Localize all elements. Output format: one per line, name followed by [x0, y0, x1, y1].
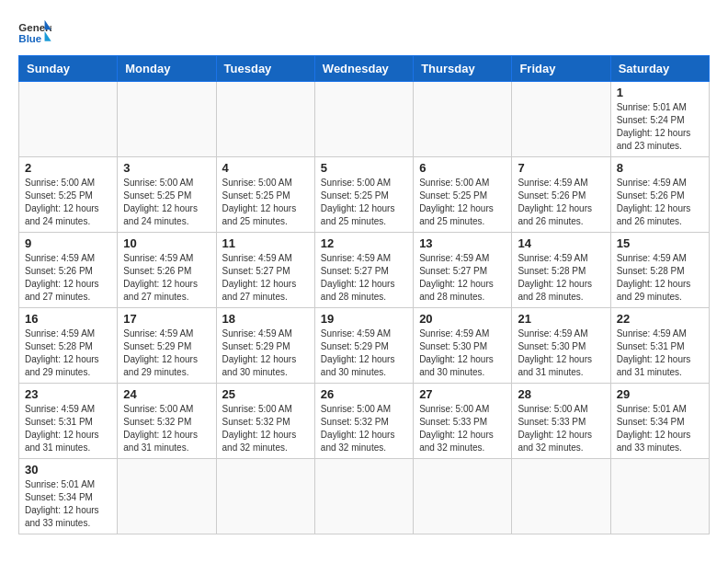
day-info: Sunrise: 4:59 AM Sunset: 5:27 PM Dayligh…: [419, 252, 506, 304]
calendar-week-row: 30Sunrise: 5:01 AM Sunset: 5:34 PM Dayli…: [19, 459, 710, 534]
day-info: Sunrise: 4:59 AM Sunset: 5:27 PM Dayligh…: [321, 252, 407, 304]
logo-icon: General Blue: [18, 18, 51, 46]
day-info: Sunrise: 4:59 AM Sunset: 5:29 PM Dayligh…: [321, 327, 407, 379]
calendar-cell: 18Sunrise: 4:59 AM Sunset: 5:29 PM Dayli…: [216, 308, 314, 384]
calendar-cell: [512, 459, 610, 534]
weekday-header-tuesday: Tuesday: [216, 56, 314, 82]
day-info: Sunrise: 4:59 AM Sunset: 5:28 PM Dayligh…: [25, 327, 111, 379]
day-number: 16: [25, 312, 111, 326]
calendar-week-row: 9Sunrise: 4:59 AM Sunset: 5:26 PM Daylig…: [19, 233, 710, 308]
day-number: 13: [419, 236, 506, 250]
day-info: Sunrise: 5:00 AM Sunset: 5:33 PM Dayligh…: [419, 403, 506, 454]
calendar-cell: 15Sunrise: 4:59 AM Sunset: 5:28 PM Dayli…: [610, 233, 709, 308]
day-info: Sunrise: 5:00 AM Sunset: 5:32 PM Dayligh…: [222, 403, 309, 454]
day-info: Sunrise: 4:59 AM Sunset: 5:29 PM Dayligh…: [123, 327, 210, 379]
weekday-header-wednesday: Wednesday: [314, 56, 413, 82]
day-info: Sunrise: 4:59 AM Sunset: 5:31 PM Dayligh…: [25, 403, 111, 454]
day-number: 18: [222, 312, 309, 326]
day-number: 4: [222, 161, 309, 175]
day-info: Sunrise: 4:59 AM Sunset: 5:26 PM Dayligh…: [518, 177, 604, 228]
day-number: 22: [617, 312, 703, 326]
calendar-cell: 10Sunrise: 4:59 AM Sunset: 5:26 PM Dayli…: [118, 233, 216, 308]
calendar-cell: 19Sunrise: 4:59 AM Sunset: 5:29 PM Dayli…: [314, 308, 413, 384]
calendar-cell: 2Sunrise: 5:00 AM Sunset: 5:25 PM Daylig…: [19, 157, 118, 233]
calendar-cell: [314, 82, 413, 157]
day-info: Sunrise: 4:59 AM Sunset: 5:26 PM Dayligh…: [617, 177, 703, 228]
weekday-header-monday: Monday: [118, 56, 216, 82]
day-number: 14: [518, 236, 604, 250]
calendar-cell: [512, 82, 610, 157]
day-number: 1: [617, 86, 703, 99]
calendar-cell: 26Sunrise: 5:00 AM Sunset: 5:32 PM Dayli…: [314, 384, 413, 459]
day-number: 25: [222, 387, 309, 401]
day-info: Sunrise: 4:59 AM Sunset: 5:28 PM Dayligh…: [518, 252, 604, 304]
day-number: 10: [123, 236, 210, 250]
calendar-cell: 3Sunrise: 5:00 AM Sunset: 5:25 PM Daylig…: [118, 157, 216, 233]
calendar-cell: 20Sunrise: 4:59 AM Sunset: 5:30 PM Dayli…: [414, 308, 512, 384]
logo: General Blue: [18, 18, 51, 46]
day-info: Sunrise: 4:59 AM Sunset: 5:30 PM Dayligh…: [518, 327, 604, 379]
day-number: 28: [518, 387, 604, 401]
calendar-cell: [216, 82, 314, 157]
day-info: Sunrise: 5:01 AM Sunset: 5:34 PM Dayligh…: [25, 478, 111, 530]
day-number: 26: [321, 387, 407, 401]
day-info: Sunrise: 5:00 AM Sunset: 5:25 PM Dayligh…: [419, 177, 506, 228]
day-info: Sunrise: 4:59 AM Sunset: 5:26 PM Dayligh…: [123, 252, 210, 304]
calendar-cell: 23Sunrise: 4:59 AM Sunset: 5:31 PM Dayli…: [19, 384, 118, 459]
day-number: 20: [419, 312, 506, 326]
calendar-cell: 4Sunrise: 5:00 AM Sunset: 5:25 PM Daylig…: [216, 157, 314, 233]
calendar-cell: [414, 459, 512, 534]
calendar-cell: 12Sunrise: 4:59 AM Sunset: 5:27 PM Dayli…: [314, 233, 413, 308]
calendar-cell: 11Sunrise: 4:59 AM Sunset: 5:27 PM Dayli…: [216, 233, 314, 308]
day-number: 12: [321, 236, 407, 250]
day-number: 5: [321, 161, 407, 175]
day-info: Sunrise: 4:59 AM Sunset: 5:30 PM Dayligh…: [419, 327, 506, 379]
day-number: 19: [321, 312, 407, 326]
header: General Blue: [18, 18, 710, 46]
weekday-header-sunday: Sunday: [19, 56, 118, 82]
calendar-cell: [414, 82, 512, 157]
day-info: Sunrise: 4:59 AM Sunset: 5:27 PM Dayligh…: [222, 252, 309, 304]
calendar-cell: 29Sunrise: 5:01 AM Sunset: 5:34 PM Dayli…: [610, 384, 709, 459]
weekday-header-saturday: Saturday: [610, 56, 709, 82]
calendar-cell: [216, 459, 314, 534]
day-info: Sunrise: 5:00 AM Sunset: 5:25 PM Dayligh…: [321, 177, 407, 228]
day-number: 7: [518, 161, 604, 175]
calendar-cell: 5Sunrise: 5:00 AM Sunset: 5:25 PM Daylig…: [314, 157, 413, 233]
day-number: 23: [25, 387, 111, 401]
day-number: 2: [25, 161, 111, 175]
day-number: 17: [123, 312, 210, 326]
weekday-header-row: SundayMondayTuesdayWednesdayThursdayFrid…: [19, 56, 710, 82]
calendar-cell: [118, 459, 216, 534]
calendar-week-row: 2Sunrise: 5:00 AM Sunset: 5:25 PM Daylig…: [19, 157, 710, 233]
calendar-week-row: 16Sunrise: 4:59 AM Sunset: 5:28 PM Dayli…: [19, 308, 710, 384]
weekday-header-friday: Friday: [512, 56, 610, 82]
calendar-cell: 24Sunrise: 5:00 AM Sunset: 5:32 PM Dayli…: [118, 384, 216, 459]
day-number: 29: [617, 387, 703, 401]
day-number: 15: [617, 236, 703, 250]
calendar-cell: 13Sunrise: 4:59 AM Sunset: 5:27 PM Dayli…: [414, 233, 512, 308]
calendar-cell: 17Sunrise: 4:59 AM Sunset: 5:29 PM Dayli…: [118, 308, 216, 384]
day-info: Sunrise: 5:00 AM Sunset: 5:32 PM Dayligh…: [123, 403, 210, 454]
svg-text:Blue: Blue: [18, 33, 41, 44]
calendar-cell: 30Sunrise: 5:01 AM Sunset: 5:34 PM Dayli…: [19, 459, 118, 534]
day-info: Sunrise: 4:59 AM Sunset: 5:29 PM Dayligh…: [222, 327, 309, 379]
calendar-cell: 8Sunrise: 4:59 AM Sunset: 5:26 PM Daylig…: [610, 157, 709, 233]
day-number: 9: [25, 236, 111, 250]
weekday-header-thursday: Thursday: [414, 56, 512, 82]
day-number: 24: [123, 387, 210, 401]
day-number: 11: [222, 236, 309, 250]
day-info: Sunrise: 4:59 AM Sunset: 5:26 PM Dayligh…: [25, 252, 111, 304]
calendar-table: SundayMondayTuesdayWednesdayThursdayFrid…: [18, 55, 710, 534]
day-number: 3: [123, 161, 210, 175]
calendar-cell: [314, 459, 413, 534]
day-info: Sunrise: 5:00 AM Sunset: 5:32 PM Dayligh…: [321, 403, 407, 454]
calendar-cell: 27Sunrise: 5:00 AM Sunset: 5:33 PM Dayli…: [414, 384, 512, 459]
day-info: Sunrise: 5:01 AM Sunset: 5:34 PM Dayligh…: [617, 403, 703, 454]
calendar-cell: 21Sunrise: 4:59 AM Sunset: 5:30 PM Dayli…: [512, 308, 610, 384]
calendar-cell: 14Sunrise: 4:59 AM Sunset: 5:28 PM Dayli…: [512, 233, 610, 308]
calendar-week-row: 1Sunrise: 5:01 AM Sunset: 5:24 PM Daylig…: [19, 82, 710, 157]
day-info: Sunrise: 5:00 AM Sunset: 5:25 PM Dayligh…: [25, 177, 111, 228]
calendar-cell: 7Sunrise: 4:59 AM Sunset: 5:26 PM Daylig…: [512, 157, 610, 233]
calendar-cell: 25Sunrise: 5:00 AM Sunset: 5:32 PM Dayli…: [216, 384, 314, 459]
